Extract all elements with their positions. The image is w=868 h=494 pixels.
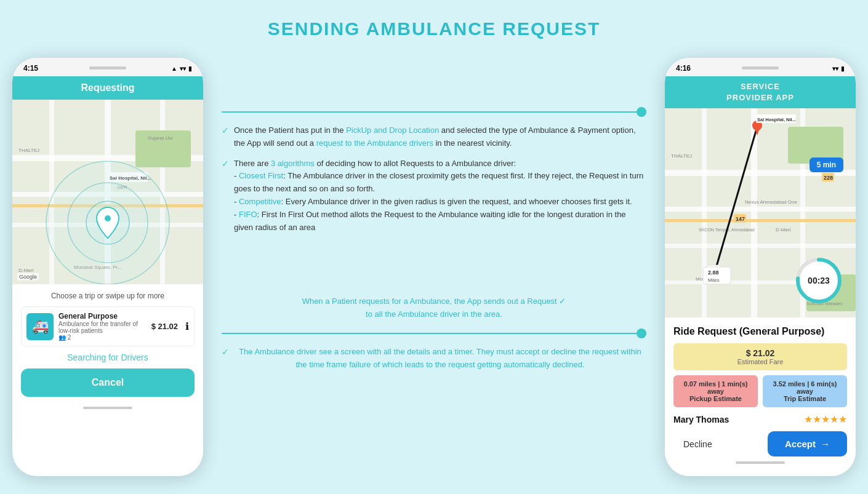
- location-icon: ▲: [171, 65, 177, 72]
- check-icon-4: ✓: [222, 347, 229, 357]
- time-badge: 5 min: [810, 157, 843, 172]
- driver-stars: ★★★★★: [804, 413, 847, 425]
- battery-icon: ▮: [188, 65, 192, 72]
- left-phone-statusbar: 4:15 ▲ ▾▾ ▮: [12, 58, 203, 76]
- fare-label: Estimated Fare: [681, 358, 840, 365]
- service-label: SERVICE: [741, 82, 780, 91]
- right-map: THALTEJ Nexus Ahmedabad One SKCON Temple…: [665, 108, 856, 317]
- choose-trip-text: Choose a trip or swipe up for more: [21, 292, 195, 300]
- main-content: 4:15 ▲ ▾▾ ▮ Requesting: [12, 58, 856, 476]
- action-row: Decline Accept →: [673, 431, 847, 456]
- estimates-row: 0.07 miles | 1 min(s) awayPickup Estimat…: [673, 375, 847, 407]
- fare-amount: $ 21.02: [681, 348, 840, 358]
- ambulance-icon: 🚑: [26, 313, 54, 340]
- provider-label: PROVIDER APP: [726, 93, 794, 102]
- svg-text:Nexus Ahmedabad One: Nexus Ahmedabad One: [745, 199, 797, 205]
- arrow-icon: →: [821, 439, 830, 449]
- right-battery-icon: ▮: [841, 65, 845, 72]
- check-icon-2: ✓: [222, 159, 229, 169]
- right-status-time: 4:16: [676, 64, 691, 73]
- pickup-estimate: 0.07 miles | 1 min(s) awayPickup Estimat…: [673, 375, 758, 407]
- svg-text:THALTEJ: THALTEJ: [671, 153, 692, 159]
- accept-button[interactable]: Accept →: [768, 431, 847, 456]
- trip-estimate: 3.52 miles | 6 min(s) awayTrip Estimate: [763, 375, 847, 407]
- svg-rect-24: [665, 244, 856, 248]
- bottom-annotation-block: When a Patient requests for a Ambulance,…: [222, 295, 646, 371]
- page-title: SENDING AMBULANCE REQUEST: [268, 18, 601, 39]
- home-indicator: [83, 407, 132, 409]
- fare-badge: $ 21.02 Estimated Fare: [673, 343, 847, 370]
- ambulance-passengers: 👥 2: [58, 334, 147, 341]
- annotation-text-4: The Ambulance driver see a screen with a…: [234, 346, 646, 372]
- svg-text:147: 147: [736, 216, 745, 222]
- right-status-icons: ▾▾ ▮: [832, 65, 845, 72]
- accept-label: Accept: [785, 439, 816, 449]
- annotation-text-1: Once the Patient has put in the PickUp a…: [234, 124, 646, 150]
- ride-request-title: Ride Request (General Purpose): [673, 326, 847, 337]
- top-annotation-block: ✓ Once the Patient has put in the PickUp…: [222, 107, 646, 234]
- right-wifi-icon: ▾▾: [832, 65, 838, 72]
- svg-text:Gujarat Uni: Gujarat Uni: [148, 135, 173, 141]
- svg-point-20: [105, 215, 111, 221]
- google-label: Google: [17, 273, 39, 281]
- requesting-label: Requesting: [81, 82, 134, 93]
- svg-text:Miles: Miles: [708, 277, 720, 283]
- annotation-text-2: There are 3 algorithms of deciding how t…: [234, 157, 646, 234]
- svg-text:D-Mart: D-Mart: [18, 268, 34, 273]
- svg-rect-29: [665, 219, 856, 222]
- left-bottom-panel: Choose a trip or swipe up for more 🚑 Gen…: [12, 284, 203, 420]
- svg-text:D-Mart: D-Mart: [776, 227, 791, 233]
- right-phone-statusbar: 4:16 ▾▾ ▮: [665, 58, 856, 76]
- svg-text:Sal Hospital, Nil...: Sal Hospital, Nil...: [757, 117, 796, 122]
- check-icon-1: ✓: [222, 125, 229, 135]
- svg-text:00:23: 00:23: [808, 276, 830, 285]
- annotation-text-3: When a Patient requests for a Ambulance,…: [302, 295, 566, 321]
- left-status-icons: ▲ ▾▾ ▮: [171, 65, 192, 72]
- ambulance-desc: Ambulance for the transfer of low-risk p…: [58, 321, 147, 334]
- searching-text: Searching for Drivers: [21, 353, 195, 362]
- svg-text:THALTEJ: THALTEJ: [18, 148, 39, 153]
- svg-text:228: 228: [824, 175, 833, 181]
- driver-row: Mary Thomas ★★★★★: [673, 413, 847, 425]
- svg-rect-26: [702, 108, 707, 317]
- check-icon-3: ✓: [559, 295, 566, 308]
- ambulance-card[interactable]: 🚑 General Purpose Ambulance for the tran…: [21, 306, 195, 346]
- timer-circle: 00:23: [794, 256, 843, 305]
- left-map: THALTEJ SBR Gujarat Uni D-Mart Mondeal S…: [12, 100, 203, 284]
- annotations: ✓ Once the Patient has put in the PickUp…: [203, 58, 665, 384]
- info-icon[interactable]: ℹ: [185, 321, 189, 332]
- svg-rect-4: [49, 100, 54, 284]
- right-phone-header: SERVICE PROVIDER APP: [665, 76, 856, 108]
- right-home-indicator: [736, 461, 785, 464]
- left-phone-header: Requesting: [12, 76, 203, 100]
- ride-request-panel: Ride Request (General Purpose) $ 21.02 E…: [665, 317, 856, 476]
- left-phone: 4:15 ▲ ▾▾ ▮ Requesting: [12, 58, 203, 476]
- decline-button[interactable]: Decline: [673, 433, 722, 455]
- ambulance-name: General Purpose: [58, 312, 147, 321]
- driver-name: Mary Thomas: [673, 415, 729, 424]
- svg-text:2.88: 2.88: [708, 269, 719, 276]
- svg-rect-23: [665, 207, 856, 212]
- cancel-button[interactable]: Cancel: [21, 369, 195, 397]
- left-status-time: 4:15: [23, 64, 38, 73]
- ambulance-price: $ 21.02: [151, 322, 178, 331]
- ambulance-info: General Purpose Ambulance for the transf…: [58, 312, 147, 341]
- wifi-icon: ▾▾: [180, 65, 186, 72]
- right-phone: 4:16 ▾▾ ▮ SERVICE PROVIDER APP: [665, 58, 856, 476]
